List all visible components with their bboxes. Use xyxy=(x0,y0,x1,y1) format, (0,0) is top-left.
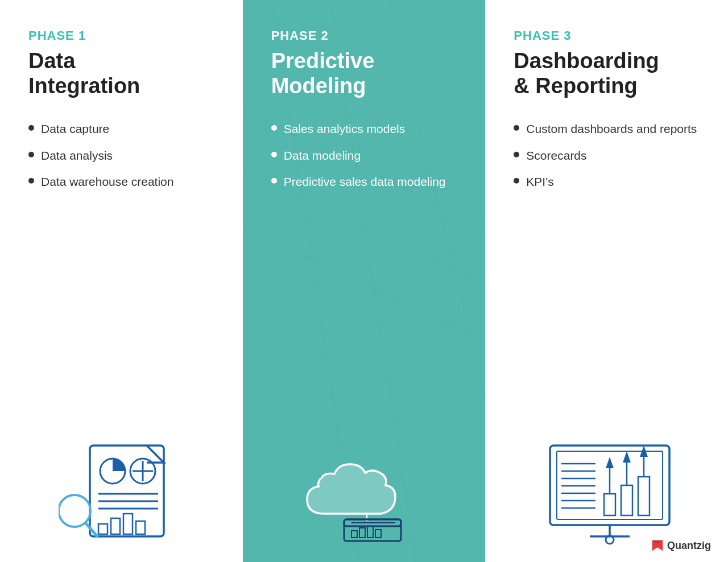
phase3-column: PHASE 3 Dashboarding & Reporting Custom … xyxy=(485,0,728,562)
list-item: Data analysis xyxy=(28,148,220,164)
svg-rect-38 xyxy=(604,494,615,515)
phase2-icon-area xyxy=(271,431,463,545)
quantzig-brand-name: Quantzig xyxy=(667,540,711,552)
phase3-icon xyxy=(544,440,675,545)
svg-rect-9 xyxy=(111,518,120,534)
svg-rect-25 xyxy=(359,528,365,538)
svg-rect-10 xyxy=(123,514,133,534)
bullet-icon xyxy=(514,152,519,157)
phase3-label: PHASE 3 xyxy=(514,28,705,43)
list-item: Sales analytics models xyxy=(271,121,463,137)
svg-rect-11 xyxy=(136,521,145,534)
phase3-icon-area xyxy=(514,431,705,545)
svg-marker-42 xyxy=(623,451,631,463)
phase1-icon xyxy=(59,440,189,545)
svg-rect-24 xyxy=(351,531,357,538)
list-item: Data modeling xyxy=(271,148,463,164)
list-item: Scorecards xyxy=(514,148,705,164)
svg-rect-0 xyxy=(90,446,164,536)
phase2-list: Sales analytics models Data modeling Pre… xyxy=(271,121,463,431)
svg-rect-8 xyxy=(98,524,107,534)
bullet-icon xyxy=(28,178,34,184)
list-item: Predictive sales data modeling xyxy=(271,174,463,190)
list-item: KPI's xyxy=(514,174,705,190)
phase2-icon xyxy=(290,431,444,545)
phase3-title: Dashboarding & Reporting xyxy=(514,49,705,98)
svg-rect-44 xyxy=(638,477,650,515)
bullet-icon xyxy=(514,178,519,184)
list-item: Custom dashboards and reports xyxy=(514,121,705,137)
svg-line-13 xyxy=(86,523,97,536)
main-content: PHASE 1 Data Integration Data capture Da… xyxy=(0,0,728,562)
bullet-icon xyxy=(28,152,34,157)
footer-branding: Quantzig xyxy=(651,539,711,552)
bullet-icon xyxy=(28,125,34,131)
list-item: Data capture xyxy=(28,121,220,137)
phase3-list: Custom dashboards and reports Scorecards… xyxy=(514,121,705,431)
svg-marker-39 xyxy=(606,457,614,468)
list-item: Data warehouse creation xyxy=(28,174,220,190)
bullet-icon xyxy=(271,178,277,184)
bullet-icon xyxy=(271,152,277,157)
bullet-icon xyxy=(271,125,277,131)
phase2-label: PHASE 2 xyxy=(271,28,463,43)
svg-rect-26 xyxy=(367,526,373,538)
phase2-title: Predictive Modeling xyxy=(271,49,463,98)
svg-rect-27 xyxy=(375,530,381,538)
phase1-column: PHASE 1 Data Integration Data capture Da… xyxy=(0,0,243,562)
bullet-icon xyxy=(514,125,519,131)
svg-rect-41 xyxy=(621,485,632,515)
quantzig-logo-icon xyxy=(651,539,664,552)
phase2-inner: PHASE 2 Predictive Modeling Sales analyt… xyxy=(271,28,463,545)
phase1-list: Data capture Data analysis Data warehous… xyxy=(28,121,220,431)
phase1-title: Data Integration xyxy=(28,49,220,98)
phase1-label: PHASE 1 xyxy=(28,28,220,43)
phase1-icon-area xyxy=(28,431,220,545)
phase2-column: PHASE 2 Predictive Modeling Sales analyt… xyxy=(243,0,486,562)
